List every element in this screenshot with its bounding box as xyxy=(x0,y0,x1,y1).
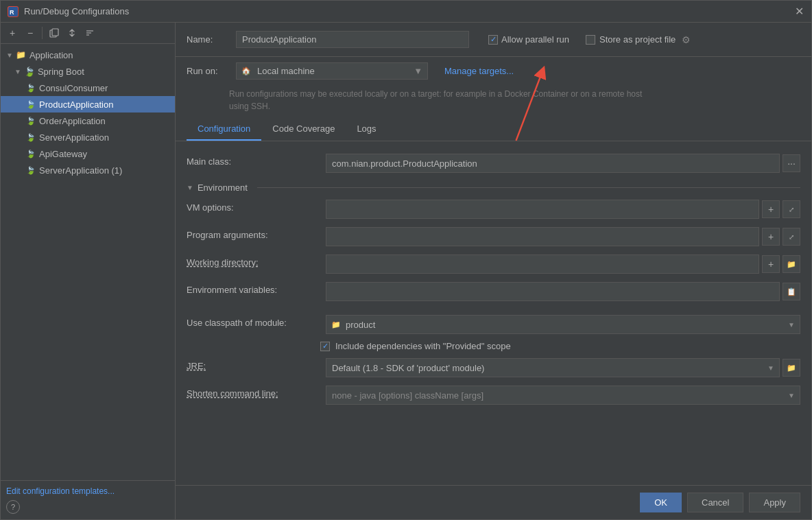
classpath-row: Use classpath of module: 📁 product ▼ xyxy=(187,311,800,338)
main-class-input[interactable] xyxy=(326,154,780,173)
tree-label-application: Application xyxy=(29,50,73,60)
tree-label-api-gateway: ApiGateway xyxy=(39,149,87,159)
move-up-down-button[interactable] xyxy=(64,25,80,40)
app-icon-server1: 🍃 xyxy=(25,132,36,143)
run-description: Run configurations may be executed local… xyxy=(176,85,656,118)
store-as-project-file-label[interactable]: Store as project file xyxy=(599,34,676,45)
allow-parallel-run-label[interactable]: Allow parallel run xyxy=(501,34,569,45)
tree-label-server-application-1: ServerApplication xyxy=(39,132,109,143)
add-button[interactable]: + xyxy=(5,25,20,40)
app-icon-product: 🍃 xyxy=(25,99,36,110)
tree-arrow-spring-boot: ▼ xyxy=(14,68,21,75)
environment-section-header[interactable]: ▼ Environment xyxy=(187,177,800,196)
apply-button[interactable]: Apply xyxy=(749,493,800,512)
edit-templates-link[interactable]: Edit configuration templates... xyxy=(6,486,169,496)
tree-item-product-application[interactable]: 🍃 ProductApplication xyxy=(1,96,175,113)
titlebar: R Run/Debug Configurations ✕ xyxy=(1,1,811,23)
jre-row: JRE: Default (1.8 - SDK of 'product' mod… xyxy=(187,354,800,381)
vm-options-row: VM options: + ⤢ xyxy=(187,196,800,223)
tree-item-order-application[interactable]: 🍃 OrderApplication xyxy=(1,113,175,129)
tree-label-product-application: ProductApplication xyxy=(39,99,113,110)
allow-parallel-run-checkbox-wrapper: Allow parallel run xyxy=(488,34,569,45)
vm-options-input[interactable] xyxy=(326,200,759,219)
environment-section-line xyxy=(257,187,800,188)
working-dir-browse-button[interactable]: 📁 xyxy=(783,255,800,273)
gear-icon[interactable]: ⚙ xyxy=(680,34,692,46)
environment-label: Environment xyxy=(198,182,248,193)
cancel-button[interactable]: Cancel xyxy=(687,493,743,512)
classpath-label: Use classpath of module: xyxy=(187,315,320,328)
main-class-browse-button[interactable]: ··· xyxy=(783,154,800,172)
vm-options-add-button[interactable]: + xyxy=(762,200,780,218)
tree-label-server-application-2: ServerApplication (1) xyxy=(39,165,122,176)
left-toolbar: + − xyxy=(1,23,175,44)
config-content: Main class: ··· ▼ Environment VM options… xyxy=(176,141,811,485)
tree-item-consul-consumer[interactable]: 🍃 ConsulConsumer xyxy=(1,80,175,96)
tab-logs[interactable]: Logs xyxy=(346,118,387,141)
dialog-footer: OK Cancel Apply xyxy=(176,485,811,519)
spring-boot-icon: 🍃 xyxy=(24,66,35,77)
tree-arrow-application: ▼ xyxy=(6,51,13,59)
allow-parallel-run-checkbox[interactable] xyxy=(488,35,498,45)
tree-item-api-gateway[interactable]: 🍃 ApiGateway xyxy=(1,145,175,162)
working-dir-label: Working directory: xyxy=(187,255,320,268)
tree-item-server-application-2[interactable]: 🍃 ServerApplication (1) xyxy=(1,162,175,178)
ok-button[interactable]: OK xyxy=(640,493,682,512)
classpath-dropdown-wrapper: 📁 product ▼ xyxy=(326,315,800,334)
vm-options-label: VM options: xyxy=(187,200,320,213)
parallel-run-section: Allow parallel run xyxy=(488,34,569,45)
tab-configuration[interactable]: Configuration xyxy=(187,118,261,141)
include-deps-checkbox[interactable] xyxy=(320,342,330,351)
copy-button[interactable] xyxy=(47,25,62,40)
vm-options-expand-button[interactable]: ⤢ xyxy=(783,200,800,218)
remove-button[interactable]: − xyxy=(23,25,38,40)
main-layout: + − ▼ 📁 Application xyxy=(1,23,811,519)
shorten-cmd-field: none - java [options] className [args] ▼ xyxy=(326,386,800,405)
main-class-row: Main class: ··· xyxy=(187,150,800,177)
tree-item-server-application-1[interactable]: 🍃 ServerApplication xyxy=(1,129,175,145)
store-as-project-file-checkbox[interactable] xyxy=(586,35,595,45)
config-header: Name: Allow parallel run Store as projec… xyxy=(176,23,811,57)
tree-label-spring-boot: Spring Boot xyxy=(38,67,84,77)
sort-button[interactable] xyxy=(82,25,97,40)
store-as-project-file-section: Store as project file ⚙ xyxy=(586,34,692,46)
working-dir-add-button[interactable]: + xyxy=(762,255,780,273)
program-args-input[interactable] xyxy=(326,227,759,246)
env-vars-field: 📋 xyxy=(326,282,800,301)
tree-item-application[interactable]: ▼ 📁 Application xyxy=(1,47,175,63)
jre-dropdown-wrapper: Default (1.8 - SDK of 'product' module) … xyxy=(326,358,780,377)
app-icon-consul: 🍃 xyxy=(25,82,36,93)
env-vars-edit-button[interactable]: 📋 xyxy=(783,283,800,300)
environment-section-arrow: ▼ xyxy=(187,184,193,191)
close-button[interactable]: ✕ xyxy=(793,6,804,17)
main-class-field: ··· xyxy=(326,154,800,173)
app-icon: R xyxy=(8,6,19,17)
program-args-expand-button[interactable]: ⤢ xyxy=(783,228,800,246)
shorten-cmd-select[interactable]: none - java [options] className [args] xyxy=(326,386,800,405)
tree-label-order-application: OrderApplication xyxy=(39,116,106,126)
jre-field: Default (1.8 - SDK of 'product' module) … xyxy=(326,358,800,377)
run-on-label: Run on: xyxy=(187,66,228,76)
manage-targets-link[interactable]: Manage targets... xyxy=(444,66,514,76)
svg-rect-3 xyxy=(52,29,58,36)
env-vars-input[interactable] xyxy=(326,282,780,301)
tree-area: ▼ 📁 Application ▼ 🍃 Spring Boot 🍃 Consul… xyxy=(1,44,175,480)
jre-select[interactable]: Default (1.8 - SDK of 'product' module) xyxy=(326,358,780,377)
classpath-select[interactable]: product xyxy=(326,315,800,334)
folder-icon-application: 📁 xyxy=(16,49,27,60)
working-dir-input[interactable] xyxy=(326,255,759,274)
program-args-add-button[interactable]: + xyxy=(762,228,780,246)
include-deps-label[interactable]: Include dependencies with "Provided" sco… xyxy=(335,341,511,351)
jre-browse-button[interactable]: 📁 xyxy=(783,359,800,377)
run-on-select[interactable]: Local machine xyxy=(236,62,428,80)
program-args-row: Program arguments: + ⤢ xyxy=(187,223,800,250)
shorten-cmd-label: Shorten command line: xyxy=(187,386,320,399)
app-icon-server2: 🍃 xyxy=(25,165,36,176)
tab-code-coverage[interactable]: Code Coverage xyxy=(261,118,346,141)
run-on-select-wrapper: 🏠 Local machine ▼ xyxy=(236,62,428,80)
help-button[interactable]: ? xyxy=(6,500,20,514)
shorten-cmd-row: Shorten command line: none - java [optio… xyxy=(187,381,800,409)
tree-item-spring-boot[interactable]: ▼ 🍃 Spring Boot xyxy=(1,63,175,80)
name-input[interactable] xyxy=(236,31,469,48)
app-icon-order: 🍃 xyxy=(25,115,36,126)
